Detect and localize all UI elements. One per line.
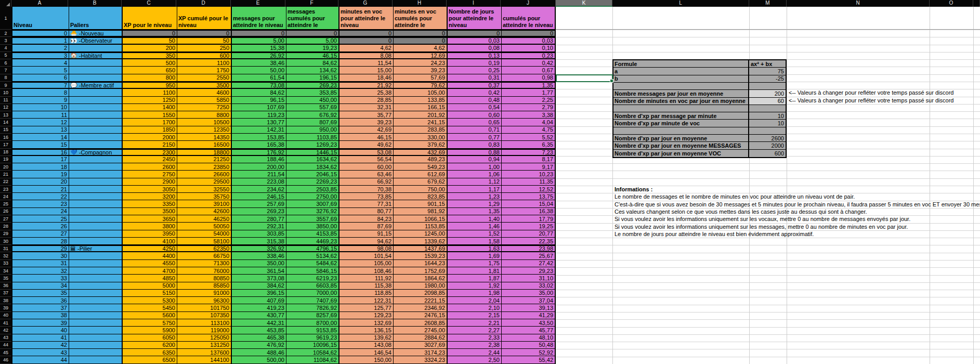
cell-E5[interactable]: 26,92 (232, 53, 286, 58)
cell-D6[interactable]: 1100 (177, 59, 232, 66)
cell-D32[interactable]: 66750 (177, 252, 232, 259)
cell-F46[interactable]: 11084,62 (286, 356, 339, 363)
cell-G19[interactable]: 56,54 (339, 156, 394, 163)
formula-label-3[interactable] (613, 83, 749, 89)
cell-D39[interactable]: 101750 (177, 304, 232, 311)
cell-C38[interactable]: 5300 (123, 297, 177, 304)
column-header-B[interactable]: B (68, 0, 122, 7)
cell-J11[interactable]: 2,25 (502, 97, 556, 103)
cell-B8[interactable] (69, 74, 123, 81)
cell-E22[interactable]: 223,08 (232, 178, 286, 185)
cell-I9[interactable]: 0,37 (448, 83, 502, 88)
cell-E44[interactable]: 476,92 (232, 342, 286, 348)
cell-J26[interactable]: 16,38 (502, 208, 556, 215)
cell-F41[interactable]: 8700,00 (286, 319, 339, 326)
row-header-13[interactable]: 13 (0, 111, 11, 119)
cell-D34[interactable]: 76000 (177, 267, 232, 274)
cell-C41[interactable]: 5750 (123, 319, 177, 326)
cell-I26[interactable]: 1,35 (448, 208, 502, 215)
cell-D27[interactable]: 46250 (177, 215, 232, 222)
cell-A17[interactable]: 15 (12, 141, 69, 148)
cell-C37[interactable]: 5150 (123, 290, 177, 296)
cell-I8[interactable]: 0,31 (448, 74, 502, 81)
cell-D36[interactable]: 85850 (177, 282, 232, 289)
cell-I18[interactable]: 0,88 (448, 150, 502, 155)
cell-H37[interactable]: 2098,85 (394, 290, 448, 296)
cell-I3[interactable]: 0,03 (448, 38, 502, 43)
cell-J15[interactable]: 4,75 (502, 126, 556, 133)
cell-G31[interactable]: 98,08 (339, 246, 394, 251)
cell-B30[interactable] (69, 238, 123, 244)
formula-value-6[interactable] (749, 105, 786, 112)
row-header-11[interactable]: 11 (0, 97, 11, 104)
cell-G5[interactable]: 8,08 (339, 53, 394, 58)
cell-G40[interactable]: 129,23 (339, 312, 394, 319)
cell-J9[interactable]: 1,35 (502, 83, 556, 88)
cell-E27[interactable]: 280,77 (232, 215, 286, 222)
cell-A29[interactable]: 27 (12, 230, 69, 237)
cell-A44[interactable]: 42 (12, 342, 69, 348)
cell-B11[interactable] (69, 97, 123, 103)
cell-G15[interactable]: 42,69 (339, 126, 394, 133)
column-header-I[interactable]: I (447, 0, 501, 7)
formula-label-6[interactable] (613, 105, 749, 112)
row-header-23[interactable]: 23 (0, 186, 11, 193)
cell-D42[interactable]: 119000 (177, 327, 232, 333)
row-header-9[interactable]: 9 (0, 82, 11, 89)
cell-F11[interactable]: 450,00 (286, 97, 339, 103)
cell-F24[interactable]: 2750,00 (286, 193, 339, 200)
cell-B44[interactable] (69, 342, 123, 348)
cell-J24[interactable]: 13,75 (502, 193, 556, 200)
formula-label-0[interactable]: Formule (613, 60, 749, 67)
column-header-partial[interactable] (973, 0, 980, 7)
cell-G29[interactable]: 91,15 (339, 230, 394, 237)
cell-H14[interactable]: 241,15 (394, 119, 448, 125)
cell-J42[interactable]: 45,77 (502, 327, 556, 333)
cell-A18[interactable]: 16 (12, 150, 69, 155)
cell-J20[interactable]: 9,17 (502, 163, 556, 170)
cell-G43[interactable]: 139,62 (339, 334, 394, 341)
formula-label-9[interactable] (613, 127, 749, 134)
cell-A28[interactable]: 26 (12, 223, 69, 229)
header-cell-F1[interactable]: messages cumulés pour atteindre le (286, 7, 339, 29)
cell-I13[interactable]: 0,60 (448, 111, 502, 118)
cell-G8[interactable]: 18,46 (339, 74, 394, 81)
cell-B41[interactable] (69, 319, 123, 326)
cell-E38[interactable]: 407,69 (232, 297, 286, 304)
cell-I30[interactable]: 1,58 (448, 238, 502, 244)
row-header-40[interactable]: 40 (0, 312, 11, 319)
column-header-G[interactable]: G (338, 0, 393, 7)
cell-D14[interactable]: 10500 (177, 119, 232, 125)
cell-C27[interactable]: 3650 (123, 215, 177, 222)
formula-value-9[interactable] (749, 127, 786, 134)
cell-B43[interactable] (69, 334, 123, 341)
cell-E13[interactable]: 119,23 (232, 111, 286, 118)
cell-C42[interactable]: 5900 (123, 327, 177, 333)
cell-J22[interactable]: 11,35 (502, 178, 556, 185)
row-header-36[interactable]: 36 (0, 282, 11, 290)
cell-D22[interactable]: 29500 (177, 178, 232, 185)
cell-B39[interactable] (69, 304, 123, 311)
cell-J30[interactable]: 22,35 (502, 238, 556, 244)
cell-C31[interactable]: 4250 (123, 246, 177, 251)
cell-J45[interactable]: 52,92 (502, 349, 556, 356)
cell-I41[interactable]: 2,21 (448, 319, 502, 326)
cell-J7[interactable]: 0,67 (502, 67, 556, 73)
cell-A40[interactable]: 38 (12, 312, 69, 319)
cell-E23[interactable]: 234,62 (232, 186, 286, 192)
row-header-27[interactable]: 27 (0, 215, 11, 223)
cell-I21[interactable]: 1,06 (448, 171, 502, 177)
cell-E37[interactable]: 396,15 (232, 290, 286, 296)
row-header-19[interactable]: 19 (0, 156, 11, 163)
cell-F13[interactable]: 676,92 (286, 111, 339, 118)
cell-E20[interactable]: 200,00 (232, 163, 286, 170)
cell-C12[interactable]: 1400 (123, 104, 177, 111)
cell-J37[interactable]: 35,00 (502, 290, 556, 296)
cell-A21[interactable]: 19 (12, 171, 69, 177)
row-header-26[interactable]: 26 (0, 208, 11, 215)
cell-H43[interactable]: 2884,62 (394, 334, 448, 341)
cell-J34[interactable]: 29,23 (502, 267, 556, 274)
cell-A34[interactable]: 32 (12, 267, 69, 274)
cell-A24[interactable]: 22 (12, 193, 69, 200)
cell-F42[interactable]: 9153,85 (286, 327, 339, 333)
